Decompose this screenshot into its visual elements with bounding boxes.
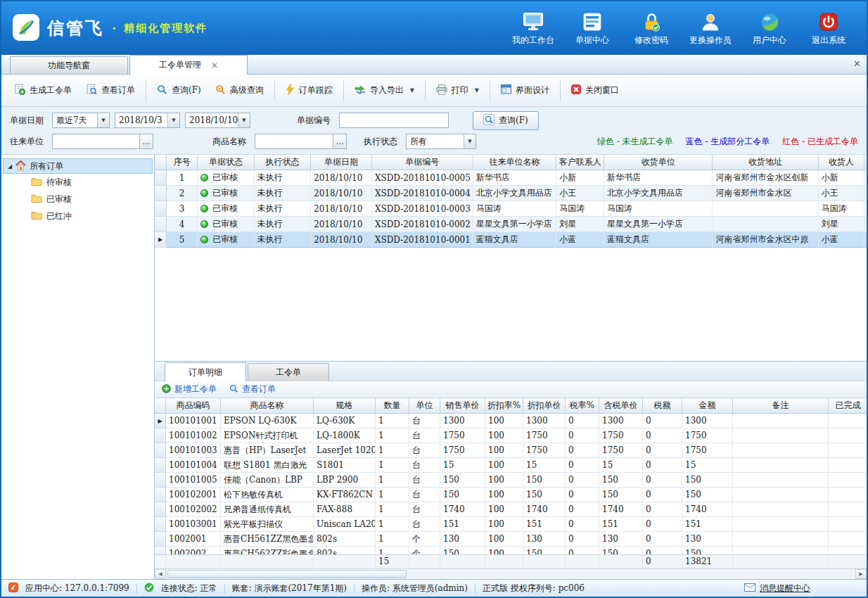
tree-node-reviewed[interactable]: 已审核 (1, 191, 154, 208)
orders-table: 序号单据状态执行状态单据日期单据编号往来单位名称客户联系人收货单位收货地址收货人… (155, 155, 867, 248)
view-order-button[interactable]: 查看订单 (79, 78, 142, 103)
cell-product-code: 100101004 (166, 458, 221, 473)
detail-column-header[interactable]: 金额 (682, 398, 733, 414)
scrollbar-thumb[interactable] (167, 570, 407, 578)
advanced-query-button[interactable]: 高级查询 (208, 79, 271, 103)
tree-node-all-orders[interactable]: ◢ 所有订单 (3, 158, 153, 174)
partner-browse-button[interactable]: … (140, 134, 153, 149)
detail-column-header[interactable]: 含税单价 (599, 398, 643, 414)
cell-price: 151 (440, 517, 485, 532)
order-row[interactable]: 4 已审核 未执行 2018/10/10 XSDD-20181010-0002 … (155, 217, 867, 232)
tab-close-icon[interactable]: × (211, 61, 218, 70)
message-center-link[interactable]: 消息提醒中心 (744, 583, 810, 594)
orders-column-header[interactable]: 客户联系人 (556, 155, 604, 170)
orders-column-header[interactable]: 单据状态 (198, 155, 254, 170)
generate-work-order-button[interactable]: 生成工令单 (7, 78, 79, 103)
close-window-button[interactable]: 关闭窗口 (564, 79, 626, 102)
tab-function-nav[interactable]: 功能导航窗 (10, 56, 128, 74)
doc-no-input[interactable] (339, 113, 449, 128)
header-action-change-operator[interactable]: 更换操作员 (682, 8, 739, 49)
detail-row[interactable]: 1002001 惠普CH561ZZ黑色墨盒 802s 1 个 130 100 1… (155, 532, 867, 547)
print-button[interactable]: 打印 ▼ (429, 79, 486, 103)
ui-design-button[interactable]: 界面设计 (494, 79, 556, 102)
orders-column-header[interactable]: 收货地址 (713, 155, 818, 170)
status-led-icon (200, 174, 208, 182)
orders-column-header[interactable]: 收货人 (819, 155, 865, 170)
cell-doc-no: XSDD-20181010-0001 (372, 232, 473, 248)
orders-column-header[interactable]: 序号 (167, 155, 198, 170)
exec-status-select[interactable]: 所有 ▼ (406, 134, 476, 149)
header-action-change-password[interactable]: 修改密码 (623, 8, 679, 49)
scroll-right-icon[interactable]: ▶ (855, 569, 867, 579)
tab-order-detail[interactable]: 订单明细 (165, 362, 246, 381)
header-action-user-center[interactable]: 用户中心 (741, 8, 798, 49)
detail-row[interactable]: 100103001 紫光平板扫描仪 Uniscan LA2000 1 台 151… (155, 517, 867, 532)
detail-row[interactable]: ▶ 100101001 EPSON LQ-630K LQ-630K 1 台 13… (155, 414, 867, 428)
horizontal-scrollbar[interactable]: ◀ ▶ (155, 568, 867, 579)
cell-customer-contact: 刘星 (556, 217, 604, 232)
date-from-select[interactable]: 2018/10/3 ▼ (115, 113, 180, 128)
cell-price: 15 (440, 458, 485, 473)
scrollbar-track[interactable] (166, 569, 855, 579)
detail-column-header[interactable]: 已完成 (829, 398, 867, 414)
orders-column-header[interactable]: 单据编号 (372, 155, 473, 170)
detail-column-header[interactable]: 销售单价 (440, 398, 485, 414)
toolbar-label: 关闭窗口 (585, 84, 619, 96)
detail-row[interactable]: 100101003 惠普（HP）LaserJet LaserJet 1020 1… (155, 443, 867, 458)
tab-work-order-mgmt[interactable]: 工令单管理 × (129, 55, 248, 75)
cell-qty: 1 (376, 532, 409, 547)
panel-close-icon[interactable]: ✕ (853, 58, 861, 69)
detail-column-header[interactable]: 数量 (376, 398, 409, 414)
partner-input[interactable] (52, 134, 140, 149)
order-row[interactable]: 2 已审核 未执行 2018/10/10 XSDD-20181010-0004 … (155, 186, 867, 201)
detail-row[interactable]: 1002002 惠普CH562ZZ彩色墨盒 802s 1 个 150 100 1… (155, 547, 867, 554)
detail-column-header[interactable]: 折扣单价 (523, 398, 566, 414)
cell-unit: 台 (409, 428, 440, 443)
detail-row[interactable]: 100102001 松下热敏传真机 KX-FT862CN 1 台 150 100… (155, 488, 867, 502)
cell-amount: 150 (682, 547, 733, 554)
orders-column-header[interactable]: 收货单位 (604, 155, 713, 170)
detail-column-header[interactable]: 税额 (643, 398, 682, 414)
detail-column-header[interactable]: 税率% (566, 398, 599, 414)
status-led-icon (200, 205, 208, 212)
tab-work-order[interactable]: 工令单 (248, 363, 329, 381)
detail-column-header[interactable]: 单位 (409, 398, 440, 414)
header-action-my-workspace[interactable]: 我的工作台 (505, 8, 561, 49)
tree-expand-icon[interactable]: ◢ (8, 163, 12, 170)
tree-node-pending-review[interactable]: 待审核 (1, 174, 154, 191)
detail-column-header[interactable]: 折扣率% (485, 398, 523, 414)
tree-node-red-flushed[interactable]: 已红冲 (1, 208, 154, 224)
product-browse-button[interactable]: … (333, 134, 347, 149)
import-export-button[interactable]: 导入导出 ▼ (347, 79, 421, 103)
cell-unit: 个 (409, 547, 440, 554)
view-order-link[interactable]: 查看订单 (229, 383, 276, 395)
date-range-select[interactable]: 最近7天 ▼ (52, 113, 110, 128)
detail-column-header[interactable]: 规格 (314, 398, 376, 414)
orders-column-header[interactable]: 往来单位名称 (473, 155, 556, 170)
header-action-document-center[interactable]: 单据中心 (564, 8, 620, 49)
detail-column-header[interactable]: 商品名称 (221, 398, 314, 414)
detail-row[interactable]: 100101002 EPSON针式打印机 LQ-1800K 1 台 1750 1… (155, 428, 867, 443)
detail-column-header[interactable]: 商品编码 (166, 398, 221, 414)
order-row[interactable]: ▶ 5 已审核 未执行 2018/10/10 XSDD-20181010-000… (155, 232, 867, 248)
cell-spec: LQ-630K (314, 414, 376, 428)
orders-column-header[interactable]: 执行状态 (255, 155, 311, 170)
orders-column-header[interactable]: 收货人电 (864, 155, 867, 170)
query-filter-button[interactable]: 查询(F) (473, 111, 539, 130)
order-tracking-button[interactable]: 订单跟踪 (279, 78, 340, 103)
detail-row[interactable]: 100101004 联想 S1801 黑白激光 S1801 1 台 15 100… (155, 458, 867, 473)
detail-column-header[interactable]: 备注 (733, 398, 829, 414)
order-row[interactable]: 1 已审核 未执行 2018/10/10 XSDD-20181010-0005 … (155, 170, 867, 186)
header-action-exit-system[interactable]: 退出系统 (800, 8, 857, 49)
query-button[interactable]: 查询(F) (150, 79, 208, 103)
add-work-order-button[interactable]: 新增工令单 (162, 383, 217, 395)
detail-row[interactable]: 100102002 兄弟普通纸传真机 FAX-888 1 台 1740 100 … (155, 502, 867, 517)
date-to-select[interactable]: 2018/10/10 ▼ (185, 113, 250, 128)
orders-column-header[interactable]: 单据日期 (311, 155, 372, 170)
order-row[interactable]: 3 已审核 未执行 2018/10/10 XSDD-20181010-0003 … (155, 201, 867, 217)
detail-row[interactable]: 100101005 佳能（Canon）LBP LBP 2900 1 台 150 … (155, 473, 867, 488)
folder-icon (31, 193, 42, 205)
scroll-left-icon[interactable]: ◀ (155, 569, 166, 579)
product-input[interactable] (255, 134, 333, 149)
legend-blue: 蓝色 - 生成部分工令单 (686, 136, 770, 148)
